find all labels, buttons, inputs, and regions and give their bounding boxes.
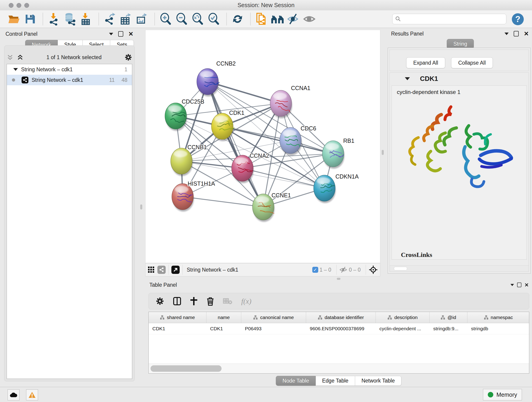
expand-collapse-box: Expand All Collapse All	[389, 50, 529, 71]
float-panel-icon[interactable]	[505, 32, 509, 35]
protein-structure-image	[396, 99, 525, 197]
zoom-fit-icon[interactable]	[191, 12, 205, 26]
column-header-@id[interactable]: @id	[430, 312, 467, 323]
network-edge[interactable]	[222, 126, 333, 154]
collection-expand-icon[interactable]	[13, 68, 18, 71]
column-header-name[interactable]: name	[206, 312, 241, 323]
column-header-shared-name[interactable]: shared name	[149, 312, 206, 323]
network-collection-row[interactable]: String Network – cdk1 1	[7, 64, 132, 75]
save-session-icon[interactable]	[23, 12, 37, 26]
horizontal-splitter-handle[interactable]	[337, 278, 341, 280]
network-node-ccne1[interactable]: CCNE1	[253, 192, 291, 222]
node-label: CDK1	[229, 109, 244, 116]
column-source-icon	[318, 315, 322, 320]
network-node-ccnb2[interactable]: CCNB2	[197, 60, 236, 96]
collapse-all-networks-icon[interactable]	[7, 54, 13, 61]
import-table-file-icon[interactable]	[79, 12, 93, 26]
selected-indicator-checkbox[interactable]: ✓	[312, 267, 318, 273]
control-panel-title: Control Panel	[6, 31, 109, 37]
table-cell[interactable]: stringdb	[467, 323, 529, 334]
table-cell[interactable]: CDK1	[149, 323, 206, 334]
network-edge[interactable]	[208, 82, 263, 207]
status-bar: Memory	[0, 387, 532, 402]
warnings-button[interactable]	[26, 389, 38, 400]
create-column-icon[interactable]	[190, 297, 198, 306]
close-panel-icon[interactable]: ✕	[525, 283, 529, 287]
tab-edge-table[interactable]: Edge Table	[316, 376, 355, 386]
hide-selected-icon[interactable]	[286, 12, 301, 26]
network-node-cdc6[interactable]: CDC6	[280, 125, 316, 155]
delete-column-icon[interactable]	[206, 297, 214, 306]
network-node-rb1[interactable]: RB1	[322, 138, 355, 169]
import-network-database-icon[interactable]	[63, 12, 77, 26]
table-row[interactable]: CDK1CDK1P064939606.ENSP00000378699cyclin…	[149, 323, 529, 334]
fit-content-crosshair-icon[interactable]	[369, 265, 378, 274]
network-node-ccna2[interactable]: CCNA2	[232, 153, 269, 183]
network-node-cdc25b[interactable]: CDC25B	[165, 98, 204, 131]
gene-collapse-icon[interactable]	[405, 77, 410, 80]
memory-button[interactable]: Memory	[483, 389, 522, 400]
cloud-icon	[10, 392, 17, 398]
network-canvas[interactable]: CCNB2CCNA1CDC25BCDK1CDC6RB1CCNB1CCNA2CDK…	[145, 30, 380, 263]
results-scrollbar[interactable]	[390, 265, 529, 272]
zoom-selected-icon[interactable]	[207, 12, 221, 26]
detach-view-icon[interactable]	[171, 266, 180, 274]
cloud-status-button[interactable]	[7, 389, 19, 400]
zoom-out-icon[interactable]	[175, 12, 189, 26]
refresh-icon[interactable]	[230, 12, 245, 26]
node-label: RB1	[343, 138, 355, 144]
network-node-cdkn1a[interactable]: CDKN1A	[314, 173, 359, 203]
export-image-icon[interactable]	[135, 12, 149, 26]
column-header-database-identifier[interactable]: database identifier	[306, 312, 376, 323]
network-options-gear-icon[interactable]	[124, 53, 132, 61]
close-panel-icon[interactable]: ✕	[524, 32, 529, 36]
column-header-namespac[interactable]: namespac	[467, 312, 529, 323]
collapse-all-button[interactable]: Collapse All	[451, 57, 493, 68]
table-options-gear-icon[interactable]	[156, 297, 164, 306]
expand-all-button[interactable]: Expand All	[406, 57, 445, 68]
network-node-hist1h1a[interactable]: HIST1H1A	[172, 180, 215, 211]
zoom-in-icon[interactable]	[158, 12, 173, 26]
network-node-ccna1[interactable]: CCNA1	[270, 85, 310, 118]
column-header-canonical-name[interactable]: canonical name	[241, 312, 306, 323]
show-grid-icon[interactable]	[148, 266, 155, 273]
table-cell[interactable]: 9606.ENSP00000378699	[306, 323, 376, 334]
network-row[interactable]: String Network – cdk1 11 48	[7, 75, 132, 85]
show-columns-icon[interactable]	[173, 297, 181, 306]
float-panel-icon[interactable]	[510, 284, 514, 286]
tab-string[interactable]: String	[447, 39, 474, 49]
network-edge[interactable]	[183, 197, 263, 207]
tab-network-table[interactable]: Network Table	[355, 376, 401, 386]
import-network-file-icon[interactable]	[47, 12, 61, 26]
network-current-dot	[12, 78, 15, 82]
open-session-icon[interactable]	[7, 12, 21, 26]
table-cell[interactable]: stringdb:9...	[430, 323, 467, 334]
table-cell[interactable]: P06493	[241, 323, 306, 334]
table-panel-title: Table Panel	[149, 282, 507, 288]
close-panel-icon[interactable]: ✕	[128, 32, 133, 36]
network-birdseye-toggle-icon[interactable]	[157, 266, 166, 274]
help-icon[interactable]: ?	[512, 13, 524, 25]
table-cell[interactable]: CDK1	[206, 323, 241, 334]
toolbar-search[interactable]	[392, 14, 506, 24]
export-table-icon[interactable]	[119, 12, 133, 26]
maximize-panel-icon[interactable]	[514, 31, 519, 36]
export-network-icon[interactable]	[103, 12, 117, 26]
toolbar-separator	[154, 13, 155, 25]
right-splitter-handle[interactable]	[382, 150, 384, 155]
search-input[interactable]	[401, 16, 498, 22]
show-all-icon[interactable]	[302, 12, 317, 26]
left-splitter-handle[interactable]	[140, 204, 142, 210]
tab-node-table[interactable]: Node Table	[276, 376, 316, 386]
toolbar-separator	[43, 13, 43, 25]
clone-network-icon[interactable]	[254, 12, 268, 26]
column-header-description[interactable]: description	[376, 312, 430, 323]
table-cell[interactable]: cyclin-dependent ...	[376, 323, 430, 334]
expand-all-networks-icon[interactable]	[17, 54, 24, 61]
table-horizontal-scrollbar[interactable]	[149, 364, 529, 373]
node-table[interactable]: shared namenamecanonical namedatabase id…	[148, 312, 529, 374]
maximize-panel-icon[interactable]	[118, 31, 123, 37]
first-neighbors-icon[interactable]	[270, 12, 285, 26]
maximize-panel-icon[interactable]	[517, 283, 521, 287]
float-panel-icon[interactable]	[109, 33, 113, 35]
